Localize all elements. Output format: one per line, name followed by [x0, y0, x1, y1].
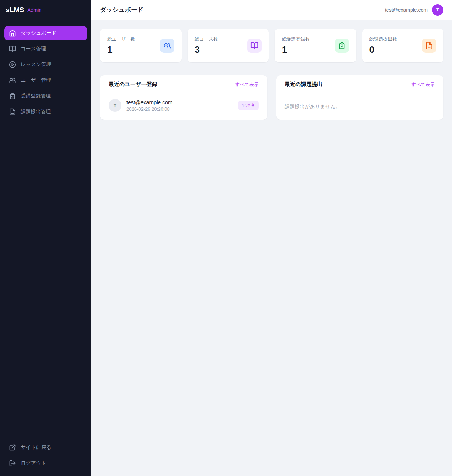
sidebar-item-label: 受講登録管理: [21, 93, 51, 99]
stat-card-total-submissions: 総課題提出数 0: [362, 29, 444, 62]
stat-text: 総ユーザー数 1: [107, 36, 135, 55]
dashboard-panels: 最近のユーザー登録 すべて表示 T test@example.com 2026-…: [100, 75, 443, 120]
sidebar-item-label: 課題提出管理: [21, 109, 51, 115]
log-out-icon: [9, 460, 16, 467]
user-email: test@example.com: [385, 7, 428, 13]
recent-users-header: 最近のユーザー登録 すべて表示: [100, 75, 267, 94]
sidebar-nav: ダッシュボード コース管理 レッスン管理 ユーザー管理 受講登録管理: [0, 20, 91, 436]
stat-text: 総受講登録数 1: [282, 36, 310, 55]
empty-submissions-message: 課題提出がありません。: [276, 94, 443, 120]
sidebar-item-courses[interactable]: コース管理: [4, 42, 87, 56]
recent-submissions-header: 最近の課題提出 すべて表示: [276, 75, 443, 94]
sidebar-item-label: ログアウト: [21, 460, 46, 466]
dashboard-content: 総ユーザー数 1 総コース数 3 総受講登録数 1: [91, 20, 452, 128]
main-area: ダッシュボード test@example.com T 総ユーザー数 1 総コース…: [91, 0, 452, 476]
admin-badge: Admin: [27, 7, 41, 13]
users-icon: [160, 39, 174, 53]
stat-card-total-enrollments: 総受講登録数 1: [275, 29, 356, 62]
role-badge: 管理者: [238, 101, 259, 110]
topbar-user: test@example.com T: [385, 4, 443, 16]
play-circle-icon: [9, 61, 16, 68]
view-all-submissions-link[interactable]: すべて表示: [411, 81, 435, 88]
sidebar-item-logout[interactable]: ログアウト: [4, 456, 87, 470]
clipboard-check-icon: [335, 39, 349, 53]
stats-grid: 総ユーザー数 1 総コース数 3 総受講登録数 1: [100, 29, 443, 62]
sidebar-item-back-to-site[interactable]: サイトに戻る: [4, 440, 87, 455]
user-row-timestamp: 2026-02-26 20:20:08: [126, 106, 173, 112]
user-info: test@example.com 2026-02-26 20:20:08: [126, 99, 173, 112]
view-all-users-link[interactable]: すべて表示: [235, 81, 259, 88]
book-open-icon: [9, 45, 16, 52]
sidebar-item-submissions[interactable]: 課題提出管理: [4, 105, 87, 119]
recent-submissions-panel: 最近の課題提出 すべて表示 課題提出がありません。: [276, 75, 443, 120]
file-text-icon: [9, 108, 16, 115]
file-text-icon: [422, 39, 436, 53]
stat-value: 3: [195, 44, 218, 55]
avatar[interactable]: T: [432, 4, 443, 16]
stat-label: 総受講登録数: [282, 36, 310, 42]
stat-label: 総ユーザー数: [107, 36, 135, 42]
recent-users-panel: 最近のユーザー登録 すべて表示 T test@example.com 2026-…: [100, 75, 267, 120]
user-row: T test@example.com 2026-02-26 20:20:08 管…: [100, 94, 267, 117]
clipboard-check-icon: [9, 92, 16, 100]
stat-label: 総課題提出数: [369, 36, 397, 42]
book-open-icon: [247, 39, 262, 53]
app-logo-text: sLMS: [6, 6, 24, 14]
sidebar: sLMS Admin ダッシュボード コース管理 レッスン管理 ユーザー管理: [0, 0, 91, 476]
user-row-email: test@example.com: [126, 99, 173, 105]
stat-text: 総課題提出数 0: [369, 36, 397, 55]
sidebar-item-dashboard[interactable]: ダッシュボード: [4, 26, 87, 40]
external-link-icon: [9, 444, 16, 451]
stat-label: 総コース数: [195, 36, 218, 42]
stat-value: 1: [282, 44, 310, 55]
stat-value: 0: [369, 44, 397, 55]
sidebar-item-enrollments[interactable]: 受講登録管理: [4, 89, 87, 103]
topbar: ダッシュボード test@example.com T: [91, 0, 452, 20]
app-logo: sLMS Admin: [0, 0, 91, 20]
sidebar-item-lessons[interactable]: レッスン管理: [4, 57, 87, 72]
sidebar-item-label: ユーザー管理: [21, 77, 51, 84]
stat-value: 1: [107, 44, 135, 55]
stat-card-total-users: 総ユーザー数 1: [100, 29, 182, 62]
stat-card-total-courses: 総コース数 3: [188, 29, 269, 62]
sidebar-item-label: ダッシュボード: [21, 30, 56, 36]
sidebar-footer: サイトに戻る ログアウト: [0, 436, 91, 476]
home-icon: [9, 30, 16, 37]
sidebar-item-label: レッスン管理: [21, 61, 51, 68]
page-title: ダッシュボード: [100, 6, 143, 14]
sidebar-item-label: コース管理: [21, 46, 46, 52]
users-icon: [9, 77, 16, 84]
sidebar-item-label: サイトに戻る: [21, 444, 51, 451]
panel-title: 最近の課題提出: [285, 81, 322, 88]
panel-title: 最近のユーザー登録: [109, 81, 157, 88]
user-avatar: T: [109, 99, 121, 112]
stat-text: 総コース数 3: [195, 36, 218, 55]
sidebar-item-users[interactable]: ユーザー管理: [4, 73, 87, 87]
